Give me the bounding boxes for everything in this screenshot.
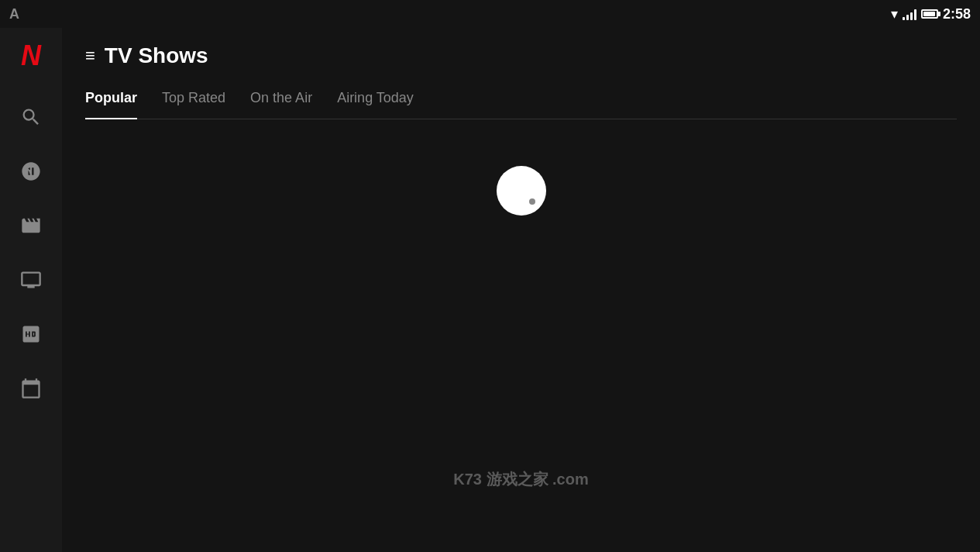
status-bar-left: A [9, 6, 19, 22]
tab-bar: Popular Top Rated On the Air Airing Toda… [85, 87, 957, 119]
sidebar-item-calendar[interactable] [0, 361, 62, 416]
status-bar-right: ▾ 2:58 [891, 5, 971, 22]
film-icon [20, 215, 42, 236]
signal-icon [903, 8, 916, 20]
tv-icon [20, 269, 42, 291]
netflix-logo[interactable]: N [15, 40, 46, 71]
page-title: TV Shows [105, 43, 208, 68]
spinner-dot [529, 198, 535, 205]
search-icon [20, 106, 42, 128]
tab-on-the-air[interactable]: On the Air [250, 87, 312, 109]
main-content: ≡ TV Shows Popular Top Rated On the Air … [62, 28, 980, 552]
hd-icon [20, 323, 42, 345]
sidebar-item-film[interactable] [0, 198, 62, 253]
watermark: K73 游戏之家 .com [453, 469, 588, 490]
tab-airing-today[interactable]: Airing Today [337, 87, 414, 109]
wifi-icon: ▾ [891, 5, 898, 22]
sidebar: N [0, 28, 62, 552]
battery-icon [921, 9, 938, 19]
content-area [85, 166, 957, 216]
app-label: A [9, 6, 19, 22]
sidebar-item-tv[interactable] [0, 253, 62, 307]
page-title-container: ≡ TV Shows [85, 43, 957, 68]
netflix-logo-text: N [21, 42, 41, 70]
menu-icon: ≡ [85, 46, 95, 66]
tab-top-rated[interactable]: Top Rated [162, 87, 225, 109]
status-time: 2:58 [943, 6, 971, 22]
sidebar-item-hd[interactable] [0, 307, 62, 361]
sidebar-item-rocket[interactable] [0, 144, 62, 198]
loading-spinner [497, 166, 546, 216]
sidebar-item-search[interactable] [0, 90, 62, 144]
spinner-circle [497, 166, 546, 216]
status-bar: A ▾ 2:58 [0, 0, 980, 28]
tab-popular[interactable]: Popular [85, 87, 137, 119]
calendar-icon [20, 378, 42, 399]
rocket-icon [20, 160, 42, 182]
